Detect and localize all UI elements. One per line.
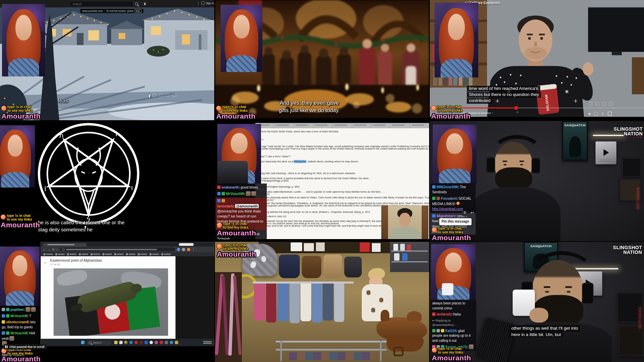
player-action-icons[interactable]: [152, 93, 176, 97]
chat-overlay[interactable]: always been places to commit crime dethk…: [430, 300, 476, 351]
sign-in-button[interactable]: Sign in: [201, 1, 214, 5]
taskbar-app-icon[interactable]: [114, 341, 118, 344]
captions-icon[interactable]: [594, 112, 598, 116]
chat-paused-toast[interactable]: Chat paused due to scroll: [3, 344, 47, 350]
hanging-garment: [334, 284, 344, 322]
window-titlebar[interactable]: [41, 242, 214, 246]
bookmark-item[interactable]: [93, 254, 100, 255]
like-icon[interactable]: [589, 102, 592, 106]
browser-tab[interactable]: [410, 124, 429, 128]
doc-line: se your adversary the devil, as a roarin…: [257, 160, 359, 163]
share-icon[interactable]: [609, 102, 613, 106]
bookmark-item[interactable]: [82, 254, 88, 255]
cell-bottom-left: puptime MrVeachW? silentscream8lets go, …: [0, 242, 214, 362]
start-button[interactable]: [81, 341, 85, 344]
taskbar-app-icon[interactable]: [150, 341, 153, 344]
bookmark-item[interactable]: [164, 254, 171, 255]
like-icon[interactable]: [152, 93, 156, 97]
progress-scrubber[interactable]: [514, 106, 518, 110]
browser-tab[interactable]: [333, 124, 351, 128]
taskbar-clock[interactable]: [203, 341, 212, 344]
bookmark-item[interactable]: [105, 254, 112, 255]
browser-tab[interactable]: [391, 124, 409, 128]
voice-search-button[interactable]: [142, 1, 148, 7]
search-input[interactable]: [69, 1, 138, 7]
autoplay-toggle[interactable]: [585, 112, 591, 115]
bookmark-item[interactable]: [46, 254, 53, 255]
taskbar-app-icon[interactable]: [175, 341, 178, 344]
bookmark-item[interactable]: [129, 254, 135, 255]
badge-icon: [432, 329, 436, 332]
windows-taskbar[interactable]: Search: [41, 339, 214, 346]
comment-icon[interactable]: [166, 93, 169, 97]
reply-button[interactable]: ↩: [470, 210, 475, 216]
bookmark-item[interactable]: [117, 254, 124, 255]
afghanistan-photo[interactable]: [54, 268, 168, 336]
kebab-menu[interactable]: ⋮: [196, 1, 200, 6]
streamer-name: Amouranth: [217, 251, 256, 258]
bookmark-item[interactable]: [152, 254, 159, 255]
taskbar-app-icon[interactable]: [144, 341, 148, 344]
reload-button[interactable]: ↻: [52, 248, 55, 251]
comment-icon[interactable]: [602, 102, 606, 106]
doc-line: "Claws"? Like a lion's "claws"?: [257, 155, 291, 158]
search-pill[interactable]: [179, 243, 194, 246]
sasquatch-figure: [569, 136, 581, 157]
browser-tab[interactable]: [314, 124, 332, 128]
dislike-icon[interactable]: [159, 93, 163, 97]
taskbar-app-icon[interactable]: [134, 341, 138, 344]
fullscreen-icon[interactable]: [206, 112, 211, 117]
streamer-face: [448, 14, 464, 40]
taskbar-app-icon[interactable]: [119, 341, 123, 344]
browser-tab[interactable]: [43, 243, 87, 246]
taskbar-app-icon[interactable]: [165, 341, 168, 344]
browser-tab[interactable]: [275, 124, 293, 128]
bookmarks-bar[interactable]: [41, 252, 214, 256]
search-field[interactable]: [72, 2, 135, 6]
host-hand: [529, 308, 548, 323]
browser-tab[interactable]: [294, 124, 313, 128]
taskbar-app-icon[interactable]: [155, 341, 158, 344]
chat-link[interactable]: http://downbad.com: [432, 207, 463, 211]
forward-button[interactable]: →: [47, 248, 51, 251]
taskbar-app-icon[interactable]: [139, 341, 143, 344]
dislike-icon[interactable]: [595, 102, 599, 106]
taskbar-app-icon[interactable]: [160, 341, 163, 344]
profile-avatar[interactable]: [187, 248, 190, 251]
settings-gear-icon[interactable]: ⚙: [199, 112, 202, 116]
laptop-lid: [217, 161, 248, 184]
autoplay-toggle-icon[interactable]: [185, 113, 188, 116]
player-controls[interactable]: ⚙: [185, 112, 211, 117]
miniplayer-icon[interactable]: [192, 112, 196, 116]
taskbar-search[interactable]: Search: [87, 340, 111, 345]
address-bar[interactable]: [60, 248, 175, 251]
bookmark-item[interactable]: [58, 254, 65, 255]
pin-message-button[interactable]: [462, 211, 468, 216]
emote-icon: [251, 191, 256, 196]
player-controls[interactable]: ⚙: [585, 111, 612, 116]
taskbar-app-icon[interactable]: [170, 341, 173, 344]
expand-caret-icon[interactable]: ^: [517, 111, 518, 115]
edge-icon[interactable]: [129, 341, 133, 344]
home-button[interactable]: ⌂: [57, 248, 58, 251]
browser-tab-strip[interactable]: [255, 123, 429, 128]
back-arrow[interactable]: ←: [43, 260, 47, 264]
share-icon[interactable]: [172, 93, 176, 97]
bookmark-item[interactable]: [140, 254, 147, 255]
browser-tab[interactable]: [352, 124, 371, 128]
peach-icon: [432, 348, 437, 353]
browser-tab[interactable]: [372, 124, 390, 128]
video-action-icons[interactable]: [589, 102, 613, 106]
chrome-icon[interactable]: [124, 341, 128, 344]
settings-gear-icon[interactable]: ⚙: [601, 112, 604, 116]
search-button[interactable]: [133, 1, 140, 7]
back-button[interactable]: ←: [43, 248, 46, 251]
fullscreen-icon[interactable]: [608, 111, 612, 116]
extension-icon[interactable]: [177, 248, 180, 251]
extension-icon[interactable]: [182, 248, 185, 251]
avatar-icon: [201, 1, 205, 5]
browser-menu[interactable]: ⋮: [192, 248, 195, 251]
chat-username: puptime: [10, 308, 25, 311]
peach-icon: [217, 223, 222, 228]
bookmark-item[interactable]: [70, 254, 76, 255]
